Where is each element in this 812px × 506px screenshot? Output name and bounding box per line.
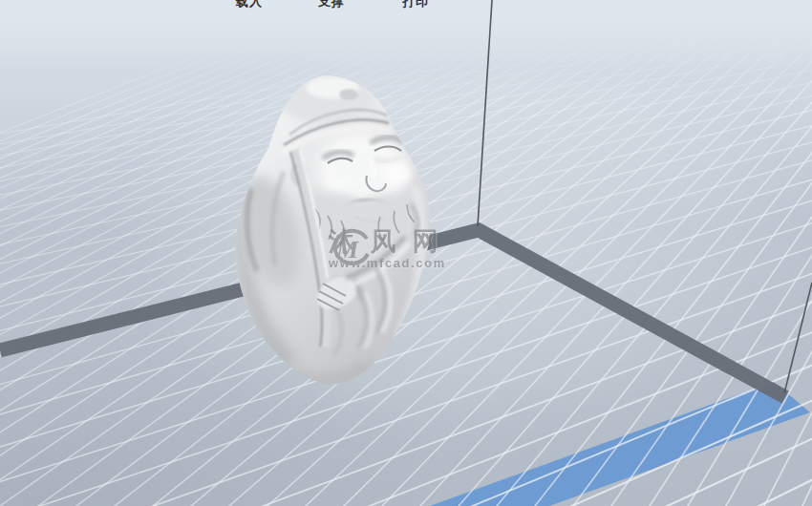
viewport-3d[interactable]: M 沐风网 www.mfcad.com 载入 支撑 打印 <box>0 0 812 506</box>
model-figurine[interactable] <box>0 0 812 506</box>
menu-item-support[interactable]: 支撑 <box>318 0 345 10</box>
menu-item-load[interactable]: 载入 <box>236 0 263 10</box>
menu-item-print[interactable]: 打印 <box>402 0 429 10</box>
menu-bar: 载入 支撑 打印 <box>0 0 812 10</box>
